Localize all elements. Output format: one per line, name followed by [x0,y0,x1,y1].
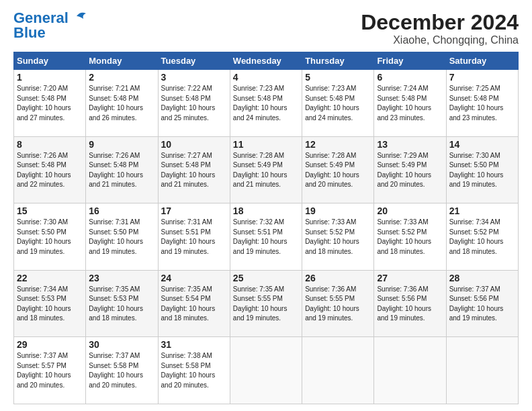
cell-content: Sunrise: 7:33 AMSunset: 5:52 PMDaylight:… [305,218,371,257]
day-number: 11 [233,139,299,150]
day-number: 22 [17,273,83,283]
table-row: 30Sunrise: 7:37 AMSunset: 5:58 PMDayligh… [86,337,158,404]
logo-bird-icon [70,9,90,30]
table-row: 9Sunrise: 7:26 AMSunset: 5:48 PMDaylight… [86,136,158,203]
page-title: December 2024 [361,11,519,34]
table-row: 14Sunrise: 7:30 AMSunset: 5:50 PMDayligh… [446,136,518,203]
table-row: 25Sunrise: 7:35 AMSunset: 5:55 PMDayligh… [230,270,302,337]
day-number: 4 [233,72,299,83]
table-row [446,337,518,404]
page-subtitle: Xiaohe, Chongqing, China [361,34,519,46]
cell-content: Sunrise: 7:27 AMSunset: 5:48 PMDaylight:… [161,151,227,190]
cell-content: Sunrise: 7:37 AMSunset: 5:58 PMDaylight:… [89,351,154,390]
cell-content: Sunrise: 7:35 AMSunset: 5:54 PMDaylight:… [161,285,227,324]
table-row: 6Sunrise: 7:24 AMSunset: 5:48 PMDaylight… [374,70,446,137]
cell-content: Sunrise: 7:28 AMSunset: 5:49 PMDaylight:… [233,151,299,190]
table-row: 7Sunrise: 7:25 AMSunset: 5:48 PMDaylight… [446,70,518,137]
table-row: 15Sunrise: 7:30 AMSunset: 5:50 PMDayligh… [14,203,86,271]
title-block: December 2024 Xiaohe, Chongqing, China [361,11,519,46]
table-row: 19Sunrise: 7:33 AMSunset: 5:52 PMDayligh… [302,203,374,271]
table-row: 29Sunrise: 7:37 AMSunset: 5:57 PMDayligh… [14,337,86,404]
day-number: 14 [449,139,515,150]
calendar-week-row: 29Sunrise: 7:37 AMSunset: 5:57 PMDayligh… [14,337,519,404]
logo-text: General Blue [13,11,69,40]
day-number: 19 [305,205,371,216]
table-row: 5Sunrise: 7:23 AMSunset: 5:48 PMDaylight… [302,70,374,137]
day-number: 1 [17,72,83,83]
day-number: 9 [89,139,154,150]
cell-content: Sunrise: 7:21 AMSunset: 5:48 PMDaylight:… [89,84,154,123]
cell-content: Sunrise: 7:36 AMSunset: 5:56 PMDaylight:… [377,285,443,324]
day-number: 16 [89,205,154,216]
day-number: 30 [89,339,154,350]
day-number: 8 [17,139,83,150]
cell-content: Sunrise: 7:23 AMSunset: 5:48 PMDaylight:… [233,84,299,123]
day-number: 3 [161,72,227,83]
day-number: 20 [377,205,443,216]
table-row: 27Sunrise: 7:36 AMSunset: 5:56 PMDayligh… [374,270,446,337]
day-number: 24 [161,273,227,283]
table-row: 17Sunrise: 7:31 AMSunset: 5:51 PMDayligh… [158,203,230,271]
table-row [374,337,446,404]
table-row: 13Sunrise: 7:29 AMSunset: 5:49 PMDayligh… [374,136,446,203]
table-row: 26Sunrise: 7:36 AMSunset: 5:55 PMDayligh… [302,270,374,337]
day-number: 2 [89,72,154,83]
table-row [230,337,302,404]
cell-content: Sunrise: 7:37 AMSunset: 5:57 PMDaylight:… [17,351,83,390]
cell-content: Sunrise: 7:37 AMSunset: 5:56 PMDaylight:… [449,285,515,324]
table-row: 23Sunrise: 7:35 AMSunset: 5:53 PMDayligh… [86,270,158,337]
table-row: 11Sunrise: 7:28 AMSunset: 5:49 PMDayligh… [230,136,302,203]
day-number: 31 [161,339,227,350]
day-number: 5 [305,72,371,83]
col-friday: Friday [374,52,446,70]
cell-content: Sunrise: 7:31 AMSunset: 5:50 PMDaylight:… [89,218,154,257]
day-number: 18 [233,205,299,216]
calendar-week-row: 15Sunrise: 7:30 AMSunset: 5:50 PMDayligh… [14,203,519,271]
table-row: 2Sunrise: 7:21 AMSunset: 5:48 PMDaylight… [86,70,158,137]
day-number: 26 [305,273,371,283]
cell-content: Sunrise: 7:30 AMSunset: 5:50 PMDaylight:… [17,218,83,257]
day-number: 27 [377,273,443,283]
col-tuesday: Tuesday [158,52,230,70]
cell-content: Sunrise: 7:25 AMSunset: 5:48 PMDaylight:… [449,84,515,123]
cell-content: Sunrise: 7:35 AMSunset: 5:55 PMDaylight:… [233,285,299,324]
day-number: 13 [377,139,443,150]
table-row: 20Sunrise: 7:33 AMSunset: 5:52 PMDayligh… [374,203,446,271]
calendar-table: Sunday Monday Tuesday Wednesday Thursday… [13,52,519,404]
table-row: 24Sunrise: 7:35 AMSunset: 5:54 PMDayligh… [158,270,230,337]
cell-content: Sunrise: 7:38 AMSunset: 5:58 PMDaylight:… [161,351,227,390]
calendar-week-row: 22Sunrise: 7:34 AMSunset: 5:53 PMDayligh… [14,270,519,337]
col-monday: Monday [86,52,158,70]
day-number: 12 [305,139,371,150]
col-wednesday: Wednesday [230,52,302,70]
table-row: 4Sunrise: 7:23 AMSunset: 5:48 PMDaylight… [230,70,302,137]
day-number: 6 [377,72,443,83]
calendar-week-row: 1Sunrise: 7:20 AMSunset: 5:48 PMDaylight… [14,70,519,137]
cell-content: Sunrise: 7:30 AMSunset: 5:50 PMDaylight:… [449,151,515,190]
day-number: 29 [17,339,83,350]
table-row: 3Sunrise: 7:22 AMSunset: 5:48 PMDaylight… [158,70,230,137]
table-row: 31Sunrise: 7:38 AMSunset: 5:58 PMDayligh… [158,337,230,404]
table-row: 8Sunrise: 7:26 AMSunset: 5:48 PMDaylight… [14,136,86,203]
table-row: 12Sunrise: 7:28 AMSunset: 5:49 PMDayligh… [302,136,374,203]
col-sunday: Sunday [14,52,86,70]
cell-content: Sunrise: 7:24 AMSunset: 5:48 PMDaylight:… [377,84,443,123]
cell-content: Sunrise: 7:34 AMSunset: 5:52 PMDaylight:… [449,218,515,257]
cell-content: Sunrise: 7:33 AMSunset: 5:52 PMDaylight:… [377,218,443,257]
cell-content: Sunrise: 7:28 AMSunset: 5:49 PMDaylight:… [305,151,371,190]
table-row: 1Sunrise: 7:20 AMSunset: 5:48 PMDaylight… [14,70,86,137]
cell-content: Sunrise: 7:29 AMSunset: 5:49 PMDaylight:… [377,151,443,190]
day-number: 25 [233,273,299,283]
day-number: 15 [17,205,83,216]
header: General Blue December 2024 Xiaohe, Chong… [13,11,519,46]
table-row: 16Sunrise: 7:31 AMSunset: 5:50 PMDayligh… [86,203,158,271]
page: General Blue December 2024 Xiaohe, Chong… [0,0,532,411]
table-row: 18Sunrise: 7:32 AMSunset: 5:51 PMDayligh… [230,203,302,271]
cell-content: Sunrise: 7:22 AMSunset: 5:48 PMDaylight:… [161,84,227,123]
cell-content: Sunrise: 7:31 AMSunset: 5:51 PMDaylight:… [161,218,227,257]
day-number: 21 [449,205,515,216]
logo: General Blue [13,11,90,40]
table-row: 21Sunrise: 7:34 AMSunset: 5:52 PMDayligh… [446,203,518,271]
col-thursday: Thursday [302,52,374,70]
day-number: 17 [161,205,227,216]
